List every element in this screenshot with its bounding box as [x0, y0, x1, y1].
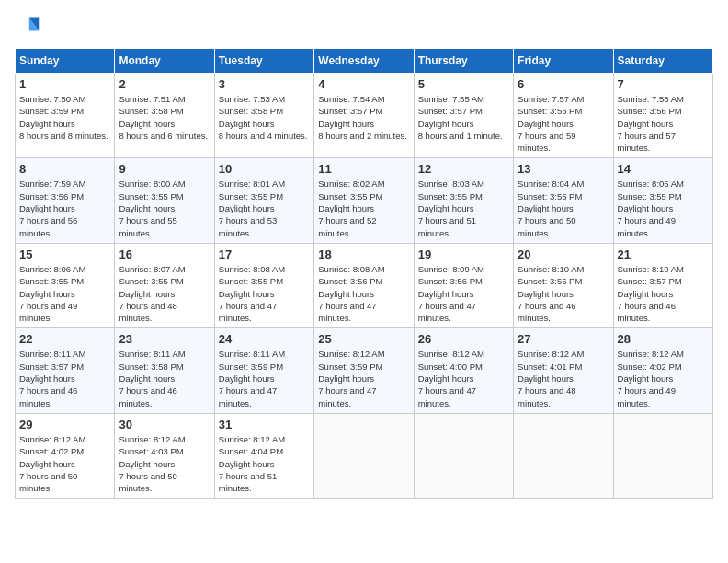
calendar-cell: 17 Sunrise: 8:08 AM Sunset: 3:55 PM Dayl… [214, 243, 313, 327]
day-info: Sunrise: 8:12 AM Sunset: 4:02 PM Dayligh… [19, 433, 110, 494]
calendar-cell: 9 Sunrise: 8:00 AM Sunset: 3:55 PM Dayli… [115, 158, 214, 243]
day-number: 15 [19, 247, 110, 261]
day-number: 8 [19, 162, 110, 176]
day-number: 18 [318, 247, 409, 261]
day-number: 27 [518, 332, 609, 346]
day-info: Sunrise: 8:08 AM Sunset: 3:56 PM Dayligh… [318, 263, 409, 324]
day-info: Sunrise: 8:10 AM Sunset: 3:57 PM Dayligh… [618, 263, 709, 324]
col-header-thursday: Thursday [414, 49, 513, 74]
day-info: Sunrise: 8:10 AM Sunset: 3:56 PM Dayligh… [518, 263, 609, 324]
calendar-cell [514, 413, 613, 498]
day-info: Sunrise: 8:11 AM Sunset: 3:59 PM Dayligh… [219, 348, 310, 408]
calendar-cell: 10 Sunrise: 8:01 AM Sunset: 3:55 PM Dayl… [214, 158, 313, 243]
day-number: 5 [418, 77, 509, 91]
day-info: Sunrise: 8:12 AM Sunset: 4:03 PM Dayligh… [119, 433, 210, 494]
calendar-cell [314, 413, 414, 498]
calendar-cell: 4 Sunrise: 7:54 AM Sunset: 3:57 PM Dayli… [314, 74, 414, 158]
col-header-wednesday: Wednesday [314, 49, 414, 74]
calendar-cell: 7 Sunrise: 7:58 AM Sunset: 3:56 PM Dayli… [613, 74, 712, 158]
day-number: 31 [219, 418, 310, 431]
calendar-cell: 18 Sunrise: 8:08 AM Sunset: 3:56 PM Dayl… [314, 243, 414, 327]
day-number: 17 [219, 247, 310, 261]
day-number: 24 [219, 332, 310, 346]
day-info: Sunrise: 8:09 AM Sunset: 3:56 PM Dayligh… [418, 263, 509, 324]
day-number: 6 [518, 77, 609, 91]
col-header-saturday: Saturday [613, 49, 712, 74]
calendar-cell: 22 Sunrise: 8:11 AM Sunset: 3:57 PM Dayl… [16, 328, 115, 413]
day-info: Sunrise: 8:02 AM Sunset: 3:55 PM Dayligh… [318, 178, 409, 238]
calendar-cell [613, 413, 712, 498]
day-number: 25 [318, 332, 409, 346]
day-info: Sunrise: 8:04 AM Sunset: 3:55 PM Dayligh… [518, 178, 609, 238]
calendar-cell: 24 Sunrise: 8:11 AM Sunset: 3:59 PM Dayl… [214, 328, 313, 413]
logo-icon [15, 15, 40, 40]
calendar-cell: 26 Sunrise: 8:12 AM Sunset: 4:00 PM Dayl… [414, 328, 513, 413]
day-number: 7 [618, 77, 709, 91]
day-info: Sunrise: 8:01 AM Sunset: 3:55 PM Dayligh… [219, 178, 310, 238]
calendar-cell: 30 Sunrise: 8:12 AM Sunset: 4:03 PM Dayl… [115, 413, 214, 498]
day-number: 11 [318, 162, 409, 176]
day-number: 28 [618, 332, 709, 346]
calendar-week-5: 29 Sunrise: 8:12 AM Sunset: 4:02 PM Dayl… [16, 413, 713, 498]
day-info: Sunrise: 8:00 AM Sunset: 3:55 PM Dayligh… [119, 178, 210, 238]
calendar-cell: 31 Sunrise: 8:12 AM Sunset: 4:04 PM Dayl… [214, 413, 313, 498]
day-info: Sunrise: 8:12 AM Sunset: 4:02 PM Dayligh… [618, 348, 709, 408]
day-info: Sunrise: 8:12 AM Sunset: 4:00 PM Dayligh… [418, 348, 509, 408]
day-info: Sunrise: 7:51 AM Sunset: 3:58 PM Dayligh… [119, 93, 210, 142]
col-header-tuesday: Tuesday [214, 49, 313, 74]
day-number: 9 [119, 162, 210, 176]
day-number: 29 [19, 418, 110, 431]
day-info: Sunrise: 8:11 AM Sunset: 3:58 PM Dayligh… [119, 348, 210, 408]
day-info: Sunrise: 7:58 AM Sunset: 3:56 PM Dayligh… [618, 93, 709, 154]
calendar-cell: 12 Sunrise: 8:03 AM Sunset: 3:55 PM Dayl… [414, 158, 513, 243]
day-info: Sunrise: 8:03 AM Sunset: 3:55 PM Dayligh… [418, 178, 509, 238]
calendar-cell: 13 Sunrise: 8:04 AM Sunset: 3:55 PM Dayl… [514, 158, 613, 243]
day-number: 1 [19, 77, 110, 91]
day-info: Sunrise: 8:06 AM Sunset: 3:55 PM Dayligh… [19, 263, 110, 324]
day-number: 13 [518, 162, 609, 176]
calendar-cell: 19 Sunrise: 8:09 AM Sunset: 3:56 PM Dayl… [414, 243, 513, 327]
day-number: 14 [618, 162, 709, 176]
day-number: 21 [618, 247, 709, 261]
day-number: 22 [19, 332, 110, 346]
day-number: 10 [219, 162, 310, 176]
day-number: 2 [119, 77, 210, 91]
calendar-cell: 29 Sunrise: 8:12 AM Sunset: 4:02 PM Dayl… [16, 413, 115, 498]
day-number: 19 [418, 247, 509, 261]
calendar-week-4: 22 Sunrise: 8:11 AM Sunset: 3:57 PM Dayl… [16, 328, 713, 413]
calendar-cell: 11 Sunrise: 8:02 AM Sunset: 3:55 PM Dayl… [314, 158, 414, 243]
calendar-cell: 15 Sunrise: 8:06 AM Sunset: 3:55 PM Dayl… [16, 243, 115, 327]
day-info: Sunrise: 7:59 AM Sunset: 3:56 PM Dayligh… [19, 178, 110, 238]
page-header [15, 15, 713, 40]
day-number: 26 [418, 332, 509, 346]
col-header-sunday: Sunday [16, 49, 115, 74]
day-number: 3 [219, 77, 310, 91]
calendar-cell: 21 Sunrise: 8:10 AM Sunset: 3:57 PM Dayl… [613, 243, 712, 327]
day-info: Sunrise: 8:12 AM Sunset: 4:04 PM Dayligh… [219, 433, 310, 494]
calendar-cell: 16 Sunrise: 8:07 AM Sunset: 3:55 PM Dayl… [115, 243, 214, 327]
day-info: Sunrise: 8:12 AM Sunset: 3:59 PM Dayligh… [318, 348, 409, 408]
day-number: 20 [518, 247, 609, 261]
day-info: Sunrise: 7:57 AM Sunset: 3:56 PM Dayligh… [518, 93, 609, 154]
calendar-cell: 14 Sunrise: 8:05 AM Sunset: 3:55 PM Dayl… [613, 158, 712, 243]
day-number: 4 [318, 77, 409, 91]
calendar-table: SundayMondayTuesdayWednesdayThursdayFrid… [15, 48, 713, 499]
day-number: 23 [119, 332, 210, 346]
calendar-cell: 3 Sunrise: 7:53 AM Sunset: 3:58 PM Dayli… [214, 74, 313, 158]
calendar-cell: 28 Sunrise: 8:12 AM Sunset: 4:02 PM Dayl… [613, 328, 712, 413]
day-info: Sunrise: 8:07 AM Sunset: 3:55 PM Dayligh… [119, 263, 210, 324]
calendar-cell: 8 Sunrise: 7:59 AM Sunset: 3:56 PM Dayli… [16, 158, 115, 243]
calendar-header-row: SundayMondayTuesdayWednesdayThursdayFrid… [16, 49, 713, 74]
calendar-week-2: 8 Sunrise: 7:59 AM Sunset: 3:56 PM Dayli… [16, 158, 713, 243]
logo [15, 15, 44, 40]
day-info: Sunrise: 7:55 AM Sunset: 3:57 PM Dayligh… [418, 93, 509, 142]
day-info: Sunrise: 8:11 AM Sunset: 3:57 PM Dayligh… [19, 348, 110, 408]
calendar-week-1: 1 Sunrise: 7:50 AM Sunset: 3:59 PM Dayli… [16, 74, 713, 158]
calendar-cell: 1 Sunrise: 7:50 AM Sunset: 3:59 PM Dayli… [16, 74, 115, 158]
day-info: Sunrise: 7:50 AM Sunset: 3:59 PM Dayligh… [19, 93, 110, 142]
day-info: Sunrise: 8:05 AM Sunset: 3:55 PM Dayligh… [618, 178, 709, 238]
day-info: Sunrise: 8:08 AM Sunset: 3:55 PM Dayligh… [219, 263, 310, 324]
day-info: Sunrise: 8:12 AM Sunset: 4:01 PM Dayligh… [518, 348, 609, 408]
calendar-cell: 5 Sunrise: 7:55 AM Sunset: 3:57 PM Dayli… [414, 74, 513, 158]
calendar-week-3: 15 Sunrise: 8:06 AM Sunset: 3:55 PM Dayl… [16, 243, 713, 327]
